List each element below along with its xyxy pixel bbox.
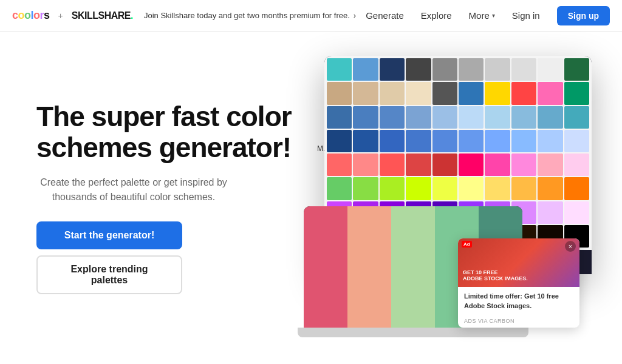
hero-section: The super fast color schemes generator! …: [36, 101, 292, 294]
color-cell: [459, 82, 484, 104]
color-cell: [538, 58, 562, 81]
hero-illustration: EXPLORE ↷ MAKE A PALETTE ↷ Ad GET 10 FRE…: [292, 32, 586, 364]
color-cell: [432, 58, 457, 81]
color-cell: [432, 130, 457, 152]
color-cell: [564, 153, 589, 176]
color-cell: [353, 153, 378, 176]
hero-title: The super fast color schemes generator!: [36, 101, 292, 163]
color-cell: [564, 201, 589, 224]
color-cell: [511, 82, 536, 104]
color-cell: [432, 106, 457, 129]
ad-header: Ad GET 10 FREEADOBE STOCK IMAGES. ×: [458, 238, 579, 287]
color-cell: [564, 58, 589, 81]
nav-explore[interactable]: Explore: [421, 10, 452, 21]
color-cell: [406, 153, 431, 176]
color-cell: [353, 58, 378, 81]
promo-banner[interactable]: Join Skillshare today and get two months…: [144, 11, 366, 20]
cta-buttons: Start the generator! Explore trending pa…: [36, 221, 292, 294]
color-cell: [459, 153, 484, 176]
color-cell: [538, 130, 562, 152]
color-cell: [406, 58, 431, 81]
color-cell: [564, 130, 589, 152]
main-content: The super fast color schemes generator! …: [0, 32, 622, 364]
header-logo: coolors + SKILLSHARE.: [12, 9, 133, 22]
color-cell: [511, 106, 536, 129]
color-cell: [538, 82, 562, 104]
color-cell: [406, 130, 431, 152]
ad-body: Limited time offer: Get 10 free Adobe St…: [458, 287, 579, 315]
color-cell: [353, 130, 378, 152]
color-cell: [564, 177, 589, 200]
color-cell: [538, 201, 562, 224]
color-cell: [485, 106, 510, 129]
coolors-logo: coolors: [12, 9, 50, 22]
color-cell: [327, 106, 352, 129]
nav-more[interactable]: More ▾: [469, 10, 495, 21]
color-cell: [564, 82, 589, 104]
promo-text: Join Skillshare today and get two months…: [144, 11, 350, 20]
chevron-down-icon: ▾: [492, 12, 495, 19]
color-cell: [380, 130, 405, 152]
color-cell: [459, 130, 484, 152]
ad-body-text: Limited time offer: Get 10 free Adobe St…: [464, 292, 573, 311]
color-cell: [485, 82, 510, 104]
color-cell: [432, 153, 457, 176]
ad-footer: ADS VIA CARBON: [458, 315, 579, 328]
signup-button[interactable]: Sign up: [557, 6, 610, 25]
color-cell: [327, 58, 352, 81]
color-cell: [511, 58, 536, 81]
color-cell: [380, 106, 405, 129]
explore-palettes-button[interactable]: Explore trending palettes: [36, 255, 182, 294]
color-cell: [485, 130, 510, 152]
color-cell: [380, 58, 405, 81]
ad-image: Ad GET 10 FREEADOBE STOCK IMAGES.: [458, 238, 579, 287]
color-cell: [327, 82, 352, 104]
color-cell: [432, 177, 457, 200]
color-cell: [406, 82, 431, 104]
color-cell: [485, 58, 510, 81]
adobe-badge: Ad: [462, 241, 472, 248]
color-cell: [327, 130, 352, 152]
color-cell: [380, 82, 405, 104]
color-cell: [564, 106, 589, 129]
color-cell: [511, 177, 536, 200]
skillshare-logo: SKILLSHARE.: [72, 10, 133, 21]
color-cell: [432, 82, 457, 104]
color-cell: [406, 106, 431, 129]
color-cell: [459, 177, 484, 200]
color-cell: [380, 177, 405, 200]
color-cell: [353, 177, 378, 200]
palette-segment: [304, 206, 347, 328]
color-cell: [511, 130, 536, 152]
palette-segment: [391, 206, 435, 328]
color-cell: [485, 153, 510, 176]
header-nav: Generate Explore More ▾ Sign in Sign up: [366, 6, 610, 25]
color-cell: [459, 106, 484, 129]
color-cell: [538, 106, 562, 129]
color-cell: [380, 153, 405, 176]
color-cell: [538, 177, 562, 200]
palette-segment: [347, 206, 391, 328]
color-cell: [353, 82, 378, 104]
hero-subtitle: Create the perfect palette or get inspir…: [36, 175, 231, 204]
color-cell: [327, 177, 352, 200]
color-cell: [485, 177, 510, 200]
laptop-base: [298, 328, 528, 337]
color-cell: [538, 153, 562, 176]
header: coolors + SKILLSHARE. Join Skillshare to…: [0, 0, 622, 32]
ad-popup: Ad GET 10 FREEADOBE STOCK IMAGES. × Limi…: [458, 238, 579, 328]
color-cell: [406, 177, 431, 200]
plus-sign: +: [58, 11, 63, 21]
color-cell: [459, 58, 484, 81]
color-cell: [511, 153, 536, 176]
color-cell: [327, 153, 352, 176]
start-generator-button[interactable]: Start the generator!: [36, 221, 182, 249]
ad-image-text: GET 10 FREEADOBE STOCK IMAGES.: [463, 269, 528, 283]
nav-generate[interactable]: Generate: [366, 10, 404, 21]
color-cell: [353, 106, 378, 129]
signin-button[interactable]: Sign in: [512, 10, 540, 21]
promo-arrow: ›: [354, 11, 356, 20]
